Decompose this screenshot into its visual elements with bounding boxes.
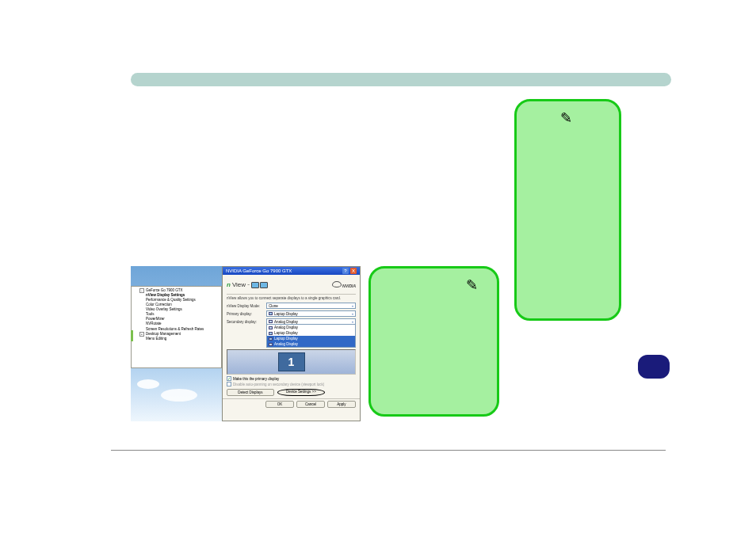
nview-logo: nView™	[227, 281, 268, 288]
apply-button[interactable]: Apply	[327, 401, 356, 408]
settings-tree-panel: -GeForce Go 7900 GTX nView Display Setti…	[131, 286, 222, 368]
secondary-value: Analog Display	[274, 320, 298, 324]
secondary-label: Secondary display:	[227, 320, 266, 324]
pen-icon: ✎	[560, 109, 572, 127]
tree-gpu-root[interactable]: GeForce Go 7900 GTX	[146, 288, 183, 292]
dropdown-option[interactable]: Laptop Display	[267, 336, 355, 341]
dialog-footer-buttons: OK Cancel Apply	[223, 398, 360, 409]
footer-divider	[111, 450, 666, 451]
detect-displays-button[interactable]: Detect Displays	[227, 389, 274, 396]
pen-icon: ✎	[466, 276, 478, 294]
monitor-icon	[269, 326, 273, 329]
primary-select[interactable]: Laptop Display ▾	[266, 310, 356, 317]
chevron-down-icon: ▾	[352, 304, 353, 308]
nvidia-brand-text: NVIDIA	[342, 284, 356, 288]
note-callout-right: ✎	[514, 99, 621, 321]
tree-item-menu-editing[interactable]: Menu Editing	[139, 337, 220, 341]
note-callout-left: ✎	[368, 266, 499, 417]
primary-value: Laptop Display	[274, 312, 298, 316]
dialog-body: nView™ NVIDIA nView allows you to connec…	[223, 275, 360, 398]
autopan-checkbox	[227, 382, 231, 386]
dialog-titlebar: NVIDIA GeForce Go 7900 GTX ? X	[223, 267, 360, 275]
tree-collapse-icon[interactable]: -	[139, 288, 144, 293]
nview-tm: ™	[247, 284, 250, 287]
nview-text: View	[232, 281, 246, 288]
nvidia-dialog: NVIDIA GeForce Go 7900 GTX ? X nView™ NV…	[222, 266, 361, 421]
secondary-dropdown-list[interactable]: Analog Display Laptop Display Laptop Dis…	[266, 324, 356, 348]
ok-button[interactable]: OK	[265, 401, 294, 408]
laptop-icon	[269, 332, 273, 335]
logo-row: nView™ NVIDIA	[227, 277, 356, 295]
tree-scroll-accent	[131, 330, 133, 341]
cancel-button[interactable]: Cancel	[296, 401, 325, 408]
monitor-icon	[260, 282, 268, 288]
dropdown-option[interactable]: Laptop Display	[267, 330, 355, 336]
mode-select[interactable]: Clone ▾	[266, 303, 356, 309]
preview-monitor-icon[interactable]: 1	[278, 352, 305, 371]
monitor-number: 1	[288, 356, 295, 368]
primary-display-checkbox[interactable]: ✓	[227, 376, 231, 381]
chevron-down-icon: ▾	[352, 312, 353, 316]
help-button[interactable]: ?	[342, 268, 349, 274]
primary-label: Primary display:	[227, 312, 266, 316]
nvidia-eye-icon	[332, 281, 342, 287]
monitor-icon	[251, 282, 259, 288]
dropdown-option[interactable]: Analog Display	[267, 341, 355, 347]
dialog-title-text: NVIDIA GeForce Go 7900 GTX	[226, 268, 292, 273]
nview-n-glyph: n	[227, 281, 231, 288]
side-label-pill	[638, 355, 670, 379]
dialog-description: nView allows you to connect separate dis…	[227, 296, 356, 300]
mode-label: nView Display Mode:	[227, 304, 266, 308]
device-settings-button[interactable]: Device Settings >>	[277, 389, 325, 396]
autopan-checkbox-label: Disable auto-panning on secondary device…	[233, 383, 324, 386]
monitor-icon	[269, 320, 273, 323]
header-rounded-bar	[131, 73, 671, 86]
laptop-icon	[269, 312, 273, 315]
tree-desktop-management[interactable]: Desktop Management	[146, 332, 181, 336]
monitor-icon	[269, 343, 273, 346]
chevron-down-icon: ▾	[352, 320, 353, 324]
display-preview: 1	[227, 349, 356, 375]
mode-value: Clone	[269, 304, 278, 308]
primary-display-checkbox-label: Make this the primary display	[233, 377, 279, 381]
laptop-icon	[269, 337, 273, 341]
tree-expand-icon[interactable]: +	[139, 332, 144, 337]
close-button[interactable]: X	[350, 268, 357, 274]
nvidia-logo: NVIDIA	[332, 281, 356, 288]
dropdown-option[interactable]: Analog Display	[267, 325, 355, 330]
